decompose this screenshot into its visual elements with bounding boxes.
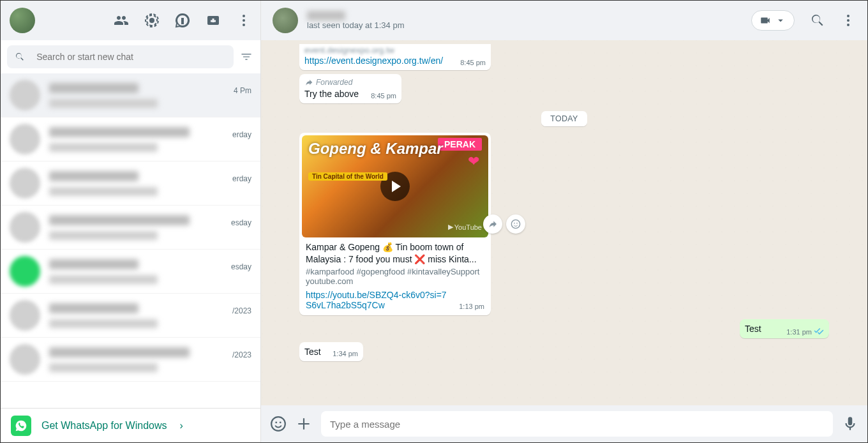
left-header [1,1,260,40]
chat-list-item[interactable]: erday [1,161,260,206]
forward-button[interactable] [483,214,502,234]
chat-list-item[interactable]: erday [1,117,260,161]
conversation-header: last seen today at 1:34 pm [261,1,867,40]
thumb-title: Gopeng & Kampar [308,140,443,157]
chat-preview [49,231,158,240]
svg-point-13 [516,223,518,224]
svg-point-16 [280,421,281,423]
new-chat-box-icon[interactable] [206,13,221,28]
message-time: 8:45 pm [460,59,486,66]
preview-title: Kampar & Gopeng 💰 Tin boom town of Malay… [306,241,484,266]
thumb-tag: PERAK [438,138,482,151]
chat-list-item[interactable]: esday [1,250,260,294]
forwarded-label: Forwarded [304,78,396,87]
chat-preview [49,143,158,152]
search-row [1,40,260,73]
chat-preview [49,319,158,328]
react-button[interactable] [506,214,525,234]
menu-icon[interactable] [236,13,251,28]
preview-thumbnail[interactable]: PERAK ❤ Gopeng & Kampar Tin Capital of t… [302,135,488,237]
chat-avatar [10,300,40,331]
chat-preview [49,275,158,284]
video-call-button[interactable] [751,10,795,31]
svg-point-7 [243,24,245,26]
chat-name [49,127,190,137]
forward-icon [304,78,313,87]
get-app-banner[interactable]: Get WhatsApp for Windows › [1,408,260,442]
chat-time: /2023 [232,350,251,359]
svg-point-15 [275,421,277,423]
message-time: 1:13 pm [459,303,484,310]
message-input[interactable] [330,419,824,430]
chat-preview [49,187,158,196]
chat-name [49,347,190,357]
chat-list-item[interactable]: 4 Pm [1,73,260,117]
svg-point-12 [514,223,515,224]
whatsapp-logo-icon [11,416,31,436]
emoji-icon[interactable] [270,416,287,432]
composer [261,405,867,442]
message-time: 1:34 pm [333,350,358,357]
chat-preview [49,99,158,108]
chevron-down-icon [775,15,786,26]
message-link[interactable]: https://event.designexpo.org.tw/en/ [304,56,443,66]
chat-list-item[interactable]: /2023 [1,338,260,382]
message-text: Try the above [304,89,359,99]
message-in: Test 1:34 pm [299,342,363,361]
chat-menu-icon[interactable] [841,13,856,28]
filter-icon[interactable] [239,50,254,63]
search-input[interactable] [36,52,226,62]
chat-avatar [10,256,40,287]
chat-time: /2023 [232,306,251,315]
chat-name [49,83,138,93]
chat-avatar [10,212,40,243]
message-in-forwarded: Forwarded Try the above 8:45 pm [299,74,401,103]
contact-avatar[interactable] [273,8,298,33]
attach-icon[interactable] [296,416,312,432]
chat-time: esday [231,262,251,271]
status-icon[interactable] [144,13,160,28]
svg-point-14 [271,417,285,431]
svg-point-8 [847,15,849,17]
search-icon [15,51,25,63]
message-link-preview[interactable]: PERAK ❤ Gopeng & Kampar Tin Capital of t… [299,133,491,315]
message-time: 1:31 pm [786,327,824,336]
preview-link[interactable]: https://youtu.be/SBZQ4-ck6v0?si=7S6vL7ha… [306,290,449,310]
svg-point-6 [243,19,245,22]
self-avatar[interactable] [10,8,35,33]
svg-point-9 [847,19,849,22]
chat-list-item[interactable]: /2023 [1,294,260,338]
heart-icon: ❤ [468,153,479,170]
chat-avatar [10,168,40,199]
communities-icon[interactable] [114,13,129,28]
chat-list: 4 Pmerdayerdayesdayesday/2023/2023 [1,73,260,408]
new-chat-icon[interactable] [175,13,190,28]
svg-point-5 [243,15,245,17]
read-ticks-icon [814,327,824,334]
search-box[interactable] [7,45,234,68]
message-input-box[interactable] [321,411,833,437]
youtube-badge: ▶ YouTube [448,223,482,231]
mic-icon[interactable] [842,416,858,432]
message-partial: event.designexpo.org.tw https://event.de… [299,44,491,70]
video-icon [760,15,771,26]
chat-preview [49,363,158,372]
preview-desc: #kamparfood #gopengfood #kintavalleySupp… [306,267,484,276]
get-app-label: Get WhatsApp for Windows [41,420,167,432]
thumb-subtitle: Tin Capital of the World [308,172,387,181]
message-text: Test [745,324,761,334]
message-out: Test 1:31 pm [740,319,829,338]
svg-point-11 [511,220,520,228]
preview-domain: youtube.com [306,276,484,286]
svg-point-0 [149,18,154,23]
chat-time: erday [232,130,251,139]
search-chat-icon[interactable] [810,13,825,28]
contact-meta[interactable]: last seen today at 1:34 pm [307,11,404,30]
chat-time: esday [231,218,251,227]
message-time: 8:45 pm [371,92,396,100]
chat-list-item[interactable]: esday [1,206,260,250]
chat-time: 4 Pm [234,86,251,95]
contact-status: last seen today at 1:34 pm [307,20,404,30]
chevron-right-icon: › [180,420,183,432]
svg-rect-4 [211,20,216,22]
